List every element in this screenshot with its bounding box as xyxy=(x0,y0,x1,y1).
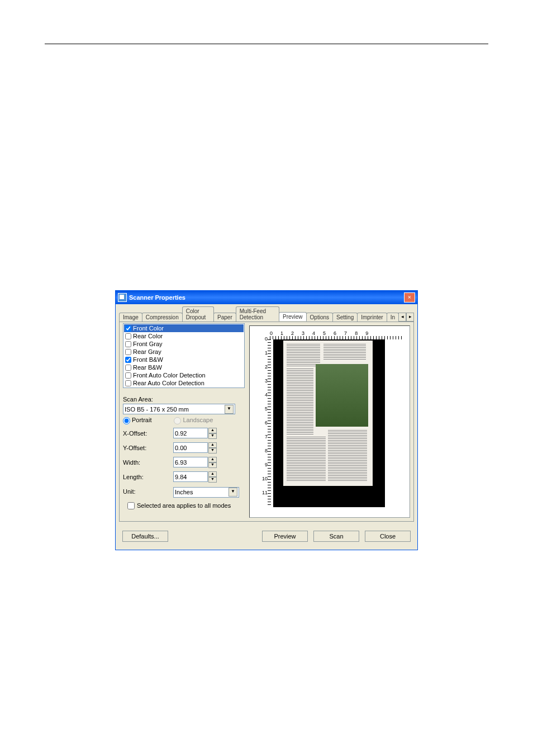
preview-text xyxy=(287,437,326,481)
list-item-rear-color[interactable]: Rear Color xyxy=(124,332,244,340)
chevron-down-icon[interactable]: ▼ xyxy=(229,488,237,497)
preview-text xyxy=(287,368,313,436)
checkbox-rear-auto[interactable] xyxy=(125,380,131,386)
length-input[interactable] xyxy=(173,471,208,482)
button-row: Defaults... Preview Scan Close xyxy=(116,525,417,550)
ruler-horizontal: 0 1 2 3 4 5 6 7 8 9 xyxy=(270,330,368,336)
close-icon[interactable]: × xyxy=(404,292,415,303)
main-panel: Front Color Rear Color Front Gray Rear G… xyxy=(119,322,414,522)
unit-row: Unit: Inches ▼ xyxy=(123,486,245,498)
radio-portrait[interactable]: Portrait xyxy=(123,417,151,424)
label-rear-bw: Rear B&W xyxy=(133,363,162,371)
scan-area-select[interactable]: ISO B5 - 176 x 250 mm ▼ xyxy=(123,404,235,414)
spin-up-icon[interactable]: ▲ xyxy=(208,442,217,448)
label-front-bw: Front B&W xyxy=(133,356,163,363)
ruler-vertical: 0 1 2 3 4 5 6 7 8 9 10 11 xyxy=(260,336,268,504)
yoffset-spinner[interactable]: ▲▼ xyxy=(208,442,217,453)
tab-preview[interactable]: Preview xyxy=(279,312,307,322)
tab-compression[interactable]: Compression xyxy=(142,313,183,322)
label-front-color: Front Color xyxy=(133,324,164,332)
label-front-gray: Front Gray xyxy=(133,340,163,348)
tab-overflow[interactable]: In xyxy=(387,313,399,322)
checkbox-apply-all[interactable] xyxy=(127,502,135,509)
spin-up-icon[interactable]: ▲ xyxy=(208,428,217,433)
tab-multifeed[interactable]: Multi-Feed Detection xyxy=(236,306,279,322)
list-item-front-color[interactable]: Front Color xyxy=(124,324,244,332)
list-item-front-auto[interactable]: Front Auto Color Detection xyxy=(124,371,244,379)
preview-button[interactable]: Preview xyxy=(262,531,308,542)
tab-strip: Image Compression Color Dropout Paper Mu… xyxy=(116,304,417,322)
width-label: Width: xyxy=(123,459,173,466)
scan-button[interactable]: Scan xyxy=(313,531,359,542)
length-row: Length: ▲▼ xyxy=(123,471,245,483)
checkbox-rear-gray[interactable] xyxy=(125,349,131,355)
page-header-rule xyxy=(45,0,488,44)
xoffset-row: X-Offset: ▲▼ xyxy=(123,428,245,439)
left-column: Front Color Rear Color Front Gray Rear G… xyxy=(121,323,247,520)
list-item-front-gray[interactable]: Front Gray xyxy=(124,340,244,348)
tab-color-dropout[interactable]: Color Dropout xyxy=(182,306,214,322)
defaults-button[interactable]: Defaults... xyxy=(122,531,168,542)
side-mode-list[interactable]: Front Color Rear Color Front Gray Rear G… xyxy=(123,323,245,388)
xoffset-spinner[interactable]: ▲▼ xyxy=(208,428,217,439)
orientation-row: Portrait Landscape xyxy=(123,417,245,424)
ruler-v-ticks xyxy=(268,339,271,507)
tab-imprinter[interactable]: Imprinter xyxy=(357,313,387,322)
checkbox-front-color[interactable] xyxy=(125,325,131,332)
checkbox-front-gray[interactable] xyxy=(125,341,131,347)
close-button[interactable]: Close xyxy=(365,531,411,542)
spin-down-icon[interactable]: ▼ xyxy=(208,433,217,439)
tab-scroll-right-icon[interactable]: ▸ xyxy=(406,313,414,322)
preview-text xyxy=(287,344,320,367)
unit-select[interactable]: Inches ▼ xyxy=(173,487,239,498)
spin-down-icon[interactable]: ▼ xyxy=(208,462,217,468)
xoffset-label: X-Offset: xyxy=(123,430,173,437)
yoffset-input[interactable] xyxy=(173,442,208,453)
label-rear-auto: Rear Auto Color Detection xyxy=(133,379,204,387)
checkbox-front-auto[interactable] xyxy=(125,372,131,379)
yoffset-label: Y-Offset: xyxy=(123,445,173,451)
preview-photo xyxy=(316,364,368,427)
width-spinner[interactable]: ▲▼ xyxy=(208,457,217,468)
checkbox-rear-bw[interactable] xyxy=(125,365,131,371)
scan-area-value: ISO B5 - 176 x 250 mm xyxy=(125,406,189,413)
tab-image[interactable]: Image xyxy=(119,313,142,322)
list-item-rear-auto[interactable]: Rear Auto Color Detection xyxy=(124,379,244,387)
checkbox-front-bw[interactable] xyxy=(125,357,131,363)
xoffset-input[interactable] xyxy=(173,428,208,438)
label-front-auto: Front Auto Color Detection xyxy=(133,371,206,379)
spin-up-icon[interactable]: ▲ xyxy=(208,457,217,462)
preview-text xyxy=(328,430,367,481)
scanner-properties-window: Scanner Properties × Image Compression C… xyxy=(115,290,418,550)
label-rear-gray: Rear Gray xyxy=(133,348,161,356)
checkbox-rear-color[interactable] xyxy=(125,333,131,339)
scanned-page xyxy=(283,341,373,486)
preview-text xyxy=(323,344,366,361)
right-column: 0 1 2 3 4 5 6 7 8 9 0 1 2 3 4 xyxy=(247,323,412,520)
preview-area[interactable]: 0 1 2 3 4 5 6 7 8 9 0 1 2 3 4 xyxy=(249,325,410,518)
radio-landscape[interactable]: Landscape xyxy=(174,417,213,424)
length-label: Length: xyxy=(123,474,173,480)
yoffset-row: Y-Offset: ▲▼ xyxy=(123,442,245,453)
width-input[interactable] xyxy=(173,457,208,467)
apply-all-label: Selected area applies to all modes xyxy=(137,502,231,509)
preview-image xyxy=(273,339,385,507)
spin-up-icon[interactable]: ▲ xyxy=(208,471,217,477)
spin-down-icon[interactable]: ▼ xyxy=(208,448,217,453)
list-item-rear-bw[interactable]: Rear B&W xyxy=(124,363,244,371)
chevron-down-icon[interactable]: ▼ xyxy=(225,405,234,414)
scan-area-label: Scan Area: xyxy=(123,396,245,403)
tab-setting[interactable]: Setting xyxy=(332,313,358,322)
tab-scroll-nav: ◂ ▸ xyxy=(398,313,414,322)
list-item-rear-gray[interactable]: Rear Gray xyxy=(124,348,244,356)
tab-scroll-left-icon[interactable]: ◂ xyxy=(398,313,406,322)
unit-label: Unit: xyxy=(123,488,173,495)
window-title: Scanner Properties xyxy=(129,294,404,301)
width-row: Width: ▲▼ xyxy=(123,457,245,468)
apply-all-row: Selected area applies to all modes xyxy=(123,502,245,509)
spin-down-icon[interactable]: ▼ xyxy=(208,477,217,483)
length-spinner[interactable]: ▲▼ xyxy=(208,471,217,483)
list-item-front-bw[interactable]: Front B&W xyxy=(124,356,244,363)
tab-paper[interactable]: Paper xyxy=(213,313,236,322)
tab-options[interactable]: Options xyxy=(306,313,333,322)
